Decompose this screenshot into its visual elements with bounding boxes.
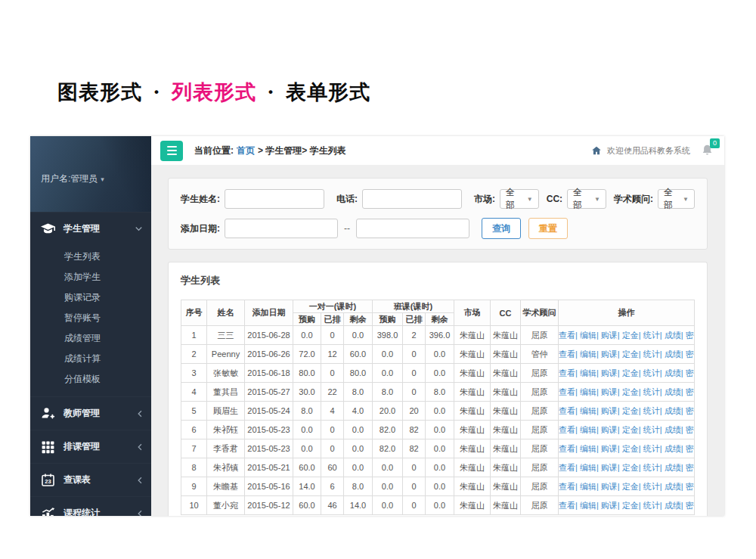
action-link-5[interactable]: 统计: [643, 501, 660, 510]
action-link-4[interactable]: 定金: [622, 331, 639, 340]
action-link-2[interactable]: 编辑: [580, 501, 596, 510]
action-link-2[interactable]: 编辑: [580, 331, 596, 340]
home-icon[interactable]: [591, 145, 602, 156]
action-link-7[interactable]: 密码: [686, 331, 695, 340]
action-link-3[interactable]: 购课: [601, 349, 618, 359]
action-link-4[interactable]: 定金: [622, 444, 639, 453]
market-select[interactable]: 全部▼: [500, 189, 539, 209]
action-link-5[interactable]: 统计: [643, 349, 660, 359]
student-name-input[interactable]: [225, 189, 324, 209]
action-link-7[interactable]: 密码: [686, 482, 695, 491]
action-link-3[interactable]: 购课: [601, 387, 618, 396]
action-link-1[interactable]: 查看: [559, 387, 575, 396]
action-link-6[interactable]: 成绩: [665, 406, 681, 415]
action-link-3[interactable]: 购课: [601, 444, 618, 453]
action-link-6[interactable]: 成绩: [665, 387, 681, 396]
market-select-value: 全部: [506, 186, 521, 212]
action-link-6[interactable]: 成绩: [665, 425, 681, 434]
action-link-6[interactable]: 成绩: [665, 463, 681, 472]
action-link-4[interactable]: 定金: [622, 387, 639, 396]
action-link-7[interactable]: 密码: [686, 425, 695, 434]
menu-toggle-button[interactable]: [160, 141, 183, 161]
date-to-input[interactable]: [356, 219, 469, 238]
action-link-2[interactable]: 编辑: [580, 425, 596, 434]
sidebar-item-student-list[interactable]: 学生列表: [30, 247, 151, 267]
action-link-2[interactable]: 编辑: [580, 387, 596, 396]
action-link-3[interactable]: 购课: [601, 368, 618, 377]
action-link-6[interactable]: 成绩: [665, 331, 681, 340]
sidebar-item-student-management[interactable]: 学生管理: [30, 212, 151, 245]
action-link-2[interactable]: 编辑: [580, 406, 596, 415]
action-link-5[interactable]: 统计: [643, 406, 660, 415]
action-link-7[interactable]: 密码: [686, 368, 695, 377]
action-link-2[interactable]: 编辑: [580, 368, 596, 377]
action-link-1[interactable]: 查看: [559, 444, 575, 453]
sidebar-item-grade-management[interactable]: 成绩管理: [30, 328, 151, 349]
action-link-4[interactable]: 定金: [622, 425, 639, 434]
action-link-7[interactable]: 密码: [686, 349, 695, 359]
action-link-7[interactable]: 密码: [686, 406, 695, 415]
action-link-3[interactable]: 购课: [601, 501, 618, 510]
action-link-1[interactable]: 查看: [559, 425, 575, 434]
action-link-1[interactable]: 查看: [559, 482, 575, 491]
advisor-select[interactable]: 全部▼: [658, 189, 695, 209]
action-link-7[interactable]: 密码: [686, 463, 695, 472]
action-link-5[interactable]: 统计: [643, 425, 660, 434]
action-link-6[interactable]: 成绩: [665, 501, 681, 510]
sidebar-item-purchase-records[interactable]: 购课记录: [30, 287, 151, 308]
breadcrumb-home-link[interactable]: 首页: [237, 144, 255, 157]
action-link-3[interactable]: 购课: [601, 463, 618, 472]
reset-button[interactable]: 重置: [528, 218, 568, 239]
action-link-2[interactable]: 编辑: [580, 463, 596, 472]
action-link-2[interactable]: 编辑: [580, 444, 596, 453]
action-link-6[interactable]: 成绩: [665, 444, 681, 453]
cc-select[interactable]: 全部▼: [567, 189, 606, 209]
user-menu[interactable]: 用户名:管理员▾: [41, 172, 104, 185]
table-cell: 屈原: [521, 383, 559, 402]
action-link-5[interactable]: 统计: [643, 482, 660, 491]
action-link-4[interactable]: 定金: [622, 501, 639, 510]
sidebar-item-schedule-management[interactable]: 排课管理: [30, 430, 151, 463]
welcome-link[interactable]: 欢迎使用品科教务系统: [607, 145, 690, 157]
action-link-5[interactable]: 统计: [643, 463, 660, 472]
sidebar-item-timetable[interactable]: 23查课表: [30, 463, 151, 496]
action-link-4[interactable]: 定金: [622, 482, 639, 491]
sidebar-item-label: 教师管理: [64, 407, 100, 420]
notifications-bell-icon[interactable]: 0: [702, 144, 714, 157]
action-link-5[interactable]: 统计: [643, 444, 660, 453]
action-link-3[interactable]: 购课: [601, 406, 618, 415]
action-link-3[interactable]: 购课: [601, 482, 618, 491]
action-link-3[interactable]: 购课: [601, 425, 618, 434]
action-link-1[interactable]: 查看: [559, 349, 575, 359]
action-link-7[interactable]: 密码: [686, 501, 695, 510]
action-link-1[interactable]: 查看: [559, 331, 575, 340]
action-link-6[interactable]: 成绩: [665, 482, 681, 491]
action-link-7[interactable]: 密码: [686, 387, 695, 396]
date-from-input[interactable]: [225, 219, 338, 238]
action-link-1[interactable]: 查看: [559, 368, 575, 377]
action-link-2[interactable]: 编辑: [580, 482, 596, 491]
action-link-7[interactable]: 密码: [686, 444, 695, 453]
action-link-5[interactable]: 统计: [643, 387, 660, 396]
action-link-2[interactable]: 编辑: [580, 349, 596, 359]
sidebar-item-course-statistics[interactable]: 课程统计: [30, 496, 151, 516]
sidebar-item-suspend-account[interactable]: 暂停账号: [30, 308, 151, 328]
action-link-4[interactable]: 定金: [622, 368, 639, 377]
action-link-1[interactable]: 查看: [559, 406, 575, 415]
action-link-4[interactable]: 定金: [622, 349, 639, 359]
action-link-6[interactable]: 成绩: [665, 349, 681, 359]
sidebar-item-score-template[interactable]: 分值模板: [30, 369, 151, 390]
action-link-5[interactable]: 统计: [643, 331, 660, 340]
action-link-6[interactable]: 成绩: [665, 368, 681, 377]
action-link-4[interactable]: 定金: [622, 463, 639, 472]
search-button[interactable]: 查询: [482, 218, 521, 239]
action-link-4[interactable]: 定金: [622, 406, 639, 415]
action-link-5[interactable]: 统计: [643, 368, 660, 377]
phone-input[interactable]: [362, 189, 462, 209]
action-link-1[interactable]: 查看: [559, 463, 575, 472]
action-link-3[interactable]: 购课: [601, 331, 618, 340]
sidebar-item-teacher-management[interactable]: 教师管理: [30, 396, 151, 430]
sidebar-item-grade-calculation[interactable]: 成绩计算: [30, 349, 151, 369]
sidebar-item-add-student[interactable]: 添加学生: [30, 267, 151, 287]
action-link-1[interactable]: 查看: [559, 501, 575, 510]
